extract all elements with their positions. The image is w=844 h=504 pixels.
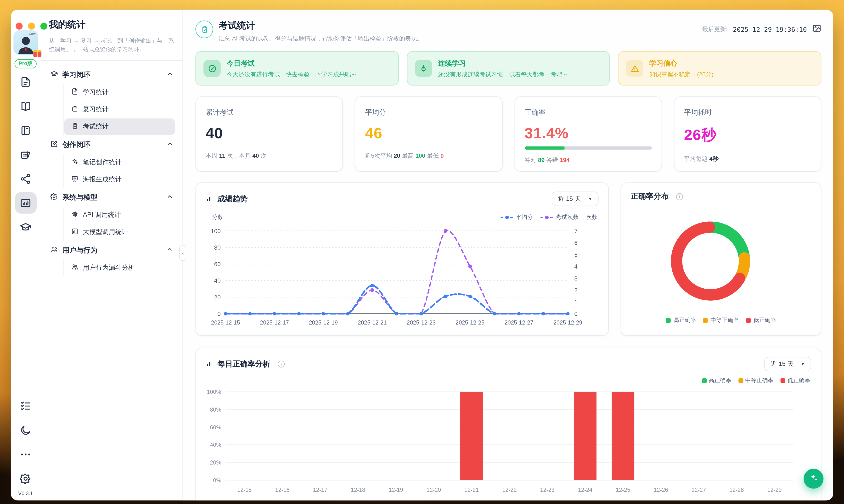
checklist-icon[interactable] [15, 395, 36, 417]
score-trend-chart[interactable]: 020406080100012345672025-12-152025-12-17… [196, 221, 587, 333]
chevron-up-icon[interactable] [167, 193, 173, 201]
nav-section-label: 系统与模型 [62, 193, 97, 202]
svg-text:12-23: 12-23 [540, 487, 554, 493]
graduation-icon[interactable] [15, 216, 36, 238]
svg-text:3: 3 [574, 275, 578, 282]
chart-title: 每日正确率分析i [205, 359, 285, 369]
ellipsis-icon[interactable] [15, 444, 36, 465]
stat-cards: 累计考试 40 本周 11 次，本月 40 次 平均分 46 近5次平均 20 … [195, 96, 821, 172]
warning-icon [626, 60, 643, 77]
nav-item-API 调用统计[interactable]: API 调用统计 [64, 206, 175, 223]
svg-text:60%: 60% [210, 424, 221, 431]
legend-item[interactable]: 平均分 [500, 214, 533, 221]
nav-section-2[interactable]: 系统与模型 [48, 188, 175, 206]
daily-range-select[interactable]: 近 15 天▼ [764, 357, 811, 372]
nav-item-笔记创作统计[interactable]: 笔记创作统计 [64, 154, 175, 170]
svg-text:4: 4 [574, 263, 578, 270]
right-axis-title: 次数 [586, 214, 597, 221]
maximize-window-button[interactable] [40, 22, 48, 30]
stat-value: 46 [365, 125, 492, 142]
svg-text:7: 7 [574, 228, 578, 234]
alert-text: 今天还没有进行考试，快去检验一下学习成果吧～ [227, 70, 357, 78]
stat-sub: 本周 11 次，本月 40 次 [205, 152, 333, 160]
book-icon[interactable] [15, 95, 36, 117]
gear-icon [50, 193, 58, 202]
svg-text:12-20: 12-20 [427, 487, 441, 493]
nav-item-复习统计[interactable]: 复习统计 [64, 101, 175, 118]
desktop-wallpaper: Chris Pro版 V0.3.1 我的统计 从「学习 → 复习 → 考试」到「… [0, 0, 844, 504]
chevron-up-icon[interactable] [167, 141, 173, 149]
check-circle-icon [203, 60, 221, 77]
nav-item-label: 海报生成统计 [83, 175, 122, 184]
nav-item-label: 大模型调用统计 [83, 227, 128, 236]
svg-text:12-22: 12-22 [502, 487, 517, 493]
moon-icon[interactable] [15, 419, 36, 441]
close-window-button[interactable] [16, 22, 22, 30]
ai-assistant-fab[interactable] [804, 469, 823, 489]
alert-title: 今日考试 [227, 58, 357, 68]
svg-text:2025-12-27: 2025-12-27 [505, 320, 534, 326]
nav-item-学习统计[interactable]: 学习统计 [64, 84, 175, 101]
sidebar: 我的统计 从「学习 → 复习 → 考试」到「创作输出」与「系统调用」，一站式总览… [40, 10, 183, 500]
legend-item[interactable]: 考试次数 [540, 214, 579, 221]
svg-text:80%: 80% [210, 407, 221, 413]
avatar-illustration [15, 33, 36, 54]
nav-section-3[interactable]: 用户与行为 [48, 241, 175, 259]
document-icon [71, 87, 78, 96]
svg-text:100: 100 [211, 228, 221, 234]
notebook-icon[interactable] [15, 120, 36, 141]
svg-text:2025-12-15: 2025-12-15 [211, 320, 240, 326]
nav-item-海报生成统计[interactable]: 海报生成统计 [64, 171, 175, 187]
svg-text:0: 0 [217, 311, 221, 317]
legend-item[interactable]: 中等正确率 [738, 377, 773, 384]
donut-legend: 高正确率中等正确率低正确率 [621, 317, 821, 324]
nav-section-1[interactable]: 创作闭环 [48, 136, 175, 153]
share-icon[interactable] [15, 168, 36, 190]
caret-down-icon: ▼ [801, 362, 805, 366]
accuracy-distribution-card: 正确率分布i 高正确率中等正确率低正确率 [621, 182, 822, 336]
stat-value: 26秒 [684, 125, 811, 145]
icon-rail: Chris Pro版 V0.3.1 [11, 10, 40, 500]
info-icon[interactable]: i [278, 361, 285, 367]
legend-item[interactable]: 低正确率 [746, 317, 776, 324]
main-content: 考试统计 汇总 AI 考试的试卷、得分与错题情况，帮助你评估「输出检验」阶段的表… [183, 10, 833, 500]
alert-text: 还没有形成连续考试习惯，试着每天都考一考吧～ [438, 70, 568, 78]
info-icon[interactable]: i [676, 193, 683, 200]
export-image-icon[interactable] [812, 24, 821, 35]
accuracy-donut-chart[interactable] [621, 203, 801, 314]
nav-item-大模型调用统计[interactable]: 大模型调用统计 [64, 223, 175, 240]
gift-icon [33, 50, 41, 57]
document-icon[interactable] [15, 71, 36, 93]
flashcards-icon[interactable] [15, 144, 36, 165]
alert-streak: 连续学习 还没有形成连续考试习惯，试着每天都考一考吧～ [407, 51, 610, 86]
nav-item-用户行为漏斗分析[interactable]: 用户行为漏斗分析 [64, 259, 175, 276]
minimize-window-button[interactable] [28, 22, 35, 30]
avatar[interactable]: Chris [13, 30, 38, 55]
score-trend-card: 成绩趋势 近 15 天▼ 分数 平均分考试次数 次数 0204060801000… [195, 182, 609, 336]
nav-item-label: 学习统计 [83, 87, 109, 96]
stat-label: 累计考试 [205, 108, 333, 117]
legend-item[interactable]: 高正确率 [666, 317, 696, 324]
nav-section-0[interactable]: 学习闭环 [48, 66, 175, 83]
edit-icon [50, 140, 58, 149]
svg-text:12-21: 12-21 [464, 487, 479, 493]
legend-item[interactable]: 低正确率 [780, 377, 810, 384]
legend-item[interactable]: 中等正确率 [703, 317, 739, 324]
users-icon [50, 245, 58, 255]
sidebar-collapse-handle[interactable]: ‹ [179, 245, 186, 261]
chevron-up-icon[interactable] [167, 246, 173, 254]
svg-text:0%: 0% [213, 477, 221, 483]
nav-section-label: 用户与行为 [62, 245, 97, 255]
svg-text:2025-12-25: 2025-12-25 [455, 320, 484, 326]
gear-icon[interactable] [15, 468, 36, 489]
stat-value: 31.4% [524, 125, 651, 142]
nav-item-考试统计[interactable]: 考试统计 [64, 118, 175, 135]
chevron-up-icon[interactable] [167, 71, 173, 79]
svg-text:12-28: 12-28 [729, 487, 744, 493]
legend-item[interactable]: 高正确率 [702, 377, 731, 384]
alert-title: 学习信心 [649, 58, 714, 68]
svg-text:12-25: 12-25 [616, 487, 630, 493]
trend-range-select[interactable]: 近 15 天▼ [552, 192, 599, 206]
stats-icon[interactable] [15, 192, 36, 214]
daily-accuracy-chart[interactable]: 0%20%40%60%80%100%12-1512-1612-1712-1812… [196, 384, 801, 501]
